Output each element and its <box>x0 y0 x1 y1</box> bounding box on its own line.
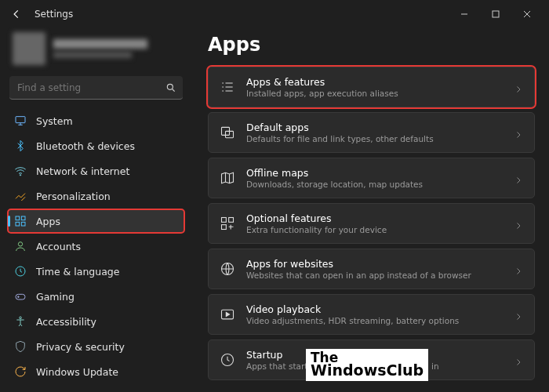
sidebar-item-update[interactable]: Windows Update <box>8 360 184 383</box>
update-icon <box>14 365 27 378</box>
sidebar-item-network[interactable]: Network & internet <box>8 159 184 183</box>
user-profile[interactable] <box>8 27 184 73</box>
user-email <box>53 52 132 58</box>
network-icon <box>14 165 27 177</box>
svg-point-8 <box>18 242 22 246</box>
chevron-right-icon <box>514 310 523 319</box>
sidebar-item-label: System <box>36 115 73 127</box>
sidebar-item-system[interactable]: System <box>8 109 184 132</box>
accounts-icon <box>14 240 27 252</box>
page-title: Apps <box>208 34 535 56</box>
svg-rect-10 <box>16 294 25 299</box>
sidebar-item-apps[interactable]: Apps <box>8 209 184 233</box>
svg-rect-15 <box>229 218 234 223</box>
sidebar-item-label: Windows Update <box>36 366 118 378</box>
gaming-icon <box>14 290 27 303</box>
user-name <box>53 39 147 49</box>
chevron-right-icon <box>514 219 523 228</box>
personalization-icon <box>14 190 27 202</box>
bluetooth-icon <box>14 140 27 152</box>
sidebar-item-personalization[interactable]: Personalization <box>8 184 184 208</box>
card-title: Video playback <box>246 303 503 315</box>
sidebar-item-accounts[interactable]: Accounts <box>8 234 184 258</box>
sidebar: System Bluetooth & devices Network & int… <box>0 27 192 392</box>
sidebar-item-label: Privacy & security <box>36 341 125 353</box>
sidebar-item-label: Personalization <box>36 191 111 202</box>
svg-rect-4 <box>16 216 20 220</box>
card-video-playback[interactable]: Video playback Video adjustments, HDR st… <box>208 294 535 335</box>
card-offline-maps[interactable]: Offline maps Downloads, storage location… <box>208 158 535 198</box>
card-title: Optional features <box>246 212 503 224</box>
svg-rect-0 <box>493 11 499 17</box>
default-apps-icon <box>220 125 235 140</box>
maximize-button[interactable] <box>480 3 511 25</box>
svg-rect-2 <box>16 117 25 123</box>
svg-point-3 <box>20 175 20 176</box>
card-optional-features[interactable]: Optional features Extra functionality fo… <box>208 203 535 244</box>
chevron-right-icon <box>514 264 523 274</box>
search-input[interactable] <box>9 76 183 100</box>
sidebar-item-label: Gaming <box>36 291 75 303</box>
close-button[interactable] <box>511 3 543 25</box>
card-default-apps[interactable]: Default apps Defaults for file and link … <box>208 112 535 153</box>
card-subtitle: Defaults for file and link types, other … <box>246 134 503 144</box>
search-icon <box>165 82 176 96</box>
svg-rect-7 <box>21 222 25 226</box>
sidebar-item-privacy[interactable]: Privacy & security <box>8 335 184 358</box>
sidebar-item-bluetooth[interactable]: Bluetooth & devices <box>8 134 184 158</box>
chevron-right-icon <box>514 128 523 137</box>
apps-icon <box>14 215 27 227</box>
privacy-icon <box>14 340 27 353</box>
svg-rect-14 <box>222 218 227 223</box>
accessibility-icon <box>14 315 27 328</box>
svg-rect-5 <box>21 216 25 220</box>
chevron-right-icon <box>514 82 523 92</box>
card-subtitle: Installed apps, app execution aliases <box>246 89 503 99</box>
svg-rect-6 <box>16 222 20 226</box>
sidebar-item-gaming[interactable]: Gaming <box>8 285 184 308</box>
chevron-right-icon <box>514 173 523 183</box>
card-subtitle: Downloads, storage location, map updates <box>246 180 503 190</box>
card-title: Offline maps <box>246 167 503 179</box>
time-icon <box>14 265 27 278</box>
sidebar-item-label: Accounts <box>36 241 81 252</box>
window-title: Settings <box>35 9 73 20</box>
list-icon <box>220 79 235 95</box>
chevron-right-icon <box>514 355 523 365</box>
system-icon <box>14 114 27 127</box>
search-box[interactable] <box>9 76 183 100</box>
sidebar-item-time[interactable]: Time & language <box>8 260 184 283</box>
map-icon <box>220 170 235 186</box>
avatar <box>13 32 45 65</box>
card-subtitle: Extra functionality for your device <box>246 225 503 235</box>
globe-icon <box>220 261 235 277</box>
startup-icon <box>220 352 235 368</box>
svg-point-11 <box>20 317 22 319</box>
watermark: The WindowsClub <box>306 349 428 381</box>
card-subtitle: Websites that can open in an app instead… <box>246 270 503 281</box>
card-title: Apps & features <box>246 76 503 88</box>
optional-icon <box>220 216 235 231</box>
sidebar-item-label: Time & language <box>36 266 119 278</box>
main-content: Apps Apps & features Installed apps, app… <box>192 27 549 392</box>
sidebar-item-label: Apps <box>36 216 60 227</box>
card-apps-features[interactable]: Apps & features Installed apps, app exec… <box>208 67 535 107</box>
sidebar-item-label: Accessibility <box>36 316 96 328</box>
minimize-button[interactable] <box>449 3 480 25</box>
card-title: Apps for websites <box>246 258 503 270</box>
card-apps-websites[interactable]: Apps for websites Websites that can open… <box>208 249 535 289</box>
sidebar-item-label: Bluetooth & devices <box>36 140 135 152</box>
sidebar-item-label: Network & internet <box>36 165 129 177</box>
titlebar: Settings <box>0 0 549 27</box>
svg-rect-16 <box>222 225 227 230</box>
card-title: Default apps <box>246 122 503 133</box>
card-subtitle: Video adjustments, HDR streaming, batter… <box>246 316 503 326</box>
back-button[interactable] <box>6 4 27 24</box>
sidebar-item-accessibility[interactable]: Accessibility <box>8 310 184 333</box>
svg-point-1 <box>167 84 173 89</box>
video-icon <box>220 307 235 322</box>
